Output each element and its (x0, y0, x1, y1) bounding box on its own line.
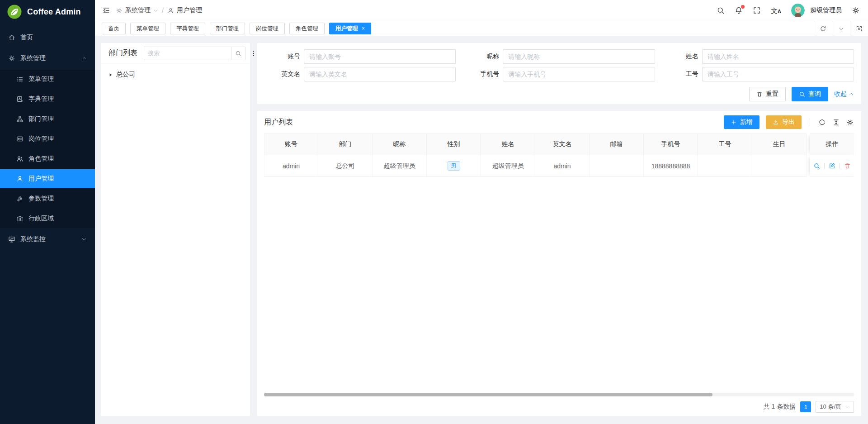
notification-bell-icon[interactable] (735, 6, 743, 14)
breadcrumb-level2[interactable]: 用户管理 (167, 6, 202, 14)
download-icon (773, 119, 779, 125)
cell-work-no (698, 155, 752, 177)
account-input[interactable] (304, 49, 456, 64)
sidebar-item-user-mgmt[interactable]: 用户管理 (0, 169, 95, 188)
tab-close-icon[interactable]: × (362, 25, 365, 32)
sidebar-item-menu-mgmt[interactable]: 菜单管理 (0, 70, 95, 89)
org-tree-icon (16, 115, 24, 123)
export-button[interactable]: 导出 (766, 115, 802, 129)
table-toolbar: 新增 导出 (724, 115, 854, 129)
tab-dept-mgmt[interactable]: 部门管理 (210, 23, 245, 34)
reset-label: 重置 (766, 90, 778, 98)
department-search-button[interactable] (231, 47, 245, 60)
collapse-label: 收起 (834, 90, 847, 98)
cell-dept: 总公司 (318, 155, 373, 177)
view-detail-icon[interactable] (813, 162, 820, 169)
more-vertical-icon[interactable] (250, 50, 257, 57)
field-name: 姓名 (655, 49, 854, 64)
add-user-button[interactable]: 新增 (724, 115, 760, 129)
chevron-down-icon[interactable] (832, 21, 850, 36)
fullscreen-icon[interactable] (753, 6, 761, 14)
sidebar-item-home[interactable]: 首页 (0, 28, 95, 47)
chevron-up-icon (849, 91, 854, 97)
tab-dict-mgmt[interactable]: 字典管理 (170, 23, 205, 34)
pagination-total: 共 1 条数据 (764, 403, 796, 411)
sidebar-group-system-mgmt[interactable]: 系统管理 (0, 49, 95, 68)
tab-label: 部门管理 (216, 25, 239, 33)
tab-user-mgmt[interactable]: 用户管理 × (329, 23, 371, 34)
tab-label: 菜单管理 (137, 25, 159, 33)
content-fullscreen-icon[interactable] (850, 21, 868, 36)
chevron-down-icon (153, 8, 158, 13)
translate-icon[interactable]: 文A (771, 7, 781, 14)
avatar[interactable] (791, 4, 805, 17)
field-nickname: 昵称 (456, 49, 655, 64)
tab-post-mgmt[interactable]: 岗位管理 (250, 23, 285, 34)
department-panel-title: 部门列表 (108, 48, 137, 58)
department-tree: 总公司 (101, 64, 250, 86)
sidebar-item-post-mgmt[interactable]: 岗位管理 (0, 129, 95, 148)
user-list-card: 用户列表 新增 导出 账号 部门 昵称 性别 (257, 111, 861, 416)
nickname-input[interactable] (503, 49, 655, 64)
cell-birthday (752, 155, 807, 177)
gear-icon (116, 7, 123, 14)
tab-menu-mgmt[interactable]: 菜单管理 (130, 23, 165, 34)
english-name-input[interactable] (304, 67, 456, 81)
sidebar-item-dept-mgmt[interactable]: 部门管理 (0, 110, 95, 129)
field-label: 英文名 (257, 70, 304, 78)
row-height-icon[interactable] (832, 119, 840, 126)
breadcrumb-text: 用户管理 (177, 6, 202, 14)
column-header: 邮箱 (590, 133, 644, 155)
page-size-select[interactable]: 10 条/页 (816, 401, 854, 413)
translate-secondary-glyph: A (778, 9, 781, 14)
search-icon[interactable] (717, 6, 725, 14)
sidebar-submenu-system: 菜单管理 字典管理 部门管理 岗位管理 角色管理 用户管理 (0, 70, 95, 228)
sidebar-group-label: 系统管理 (20, 54, 46, 62)
refresh-icon[interactable] (814, 21, 832, 36)
cell-name: 超级管理员 (481, 155, 535, 177)
chevron-down-icon (81, 237, 87, 242)
menu-fold-icon[interactable] (102, 6, 110, 14)
user-icon (167, 7, 174, 14)
user-list-header: 用户列表 新增 导出 (257, 111, 861, 133)
work-no-input[interactable] (702, 67, 854, 81)
user-table: 账号 部门 昵称 性别 姓名 英文名 邮箱 手机号 工号 生日 操作 admin… (264, 133, 854, 177)
caret-right-icon[interactable] (108, 72, 113, 77)
cell-email (590, 155, 644, 177)
horizontal-scrollbar-thumb[interactable] (264, 393, 712, 396)
sidebar-item-admin-region[interactable]: 行政区域 (0, 209, 95, 228)
pagination-page-1[interactable]: 1 (800, 401, 811, 412)
sidebar-item-param-mgmt[interactable]: 参数管理 (0, 189, 95, 208)
column-settings-gear-icon[interactable] (846, 119, 854, 126)
tab-label: 用户管理 (335, 25, 358, 33)
tab-role-mgmt[interactable]: 角色管理 (289, 23, 325, 34)
user-list-title: 用户列表 (264, 118, 293, 127)
sidebar-group-label: 系统监控 (20, 235, 46, 243)
field-label: 工号 (655, 70, 702, 78)
department-search-input[interactable] (144, 47, 231, 60)
tab-label: 首页 (108, 25, 119, 33)
breadcrumb: 系统管理 / 用户管理 (116, 6, 202, 14)
tree-node-root[interactable]: 总公司 (108, 68, 243, 81)
column-header-ops: 操作 (810, 133, 854, 155)
translate-primary-glyph: 文 (771, 7, 778, 14)
column-header: 工号 (698, 133, 752, 155)
refresh-icon[interactable] (818, 119, 826, 126)
settings-gear-icon[interactable] (852, 6, 860, 14)
sidebar-group-system-monitor[interactable]: 系统监控 (0, 230, 95, 249)
edit-icon[interactable] (829, 162, 835, 169)
delete-trash-icon[interactable] (844, 162, 851, 169)
tab-home[interactable]: 首页 (102, 23, 126, 34)
phone-input[interactable] (503, 67, 655, 81)
sidebar-item-role-mgmt[interactable]: 角色管理 (0, 149, 95, 168)
name-input[interactable] (702, 49, 854, 64)
reset-button[interactable]: 重置 (749, 87, 786, 101)
app-logo[interactable]: Coffee Admin (0, 0, 95, 24)
current-user-name[interactable]: 超级管理员 (810, 6, 842, 14)
tab-actions (814, 21, 868, 36)
collapse-form-link[interactable]: 收起 (834, 90, 854, 98)
query-button[interactable]: 查询 (792, 87, 828, 101)
sidebar-item-dict-mgmt[interactable]: 字典管理 (0, 90, 95, 109)
breadcrumb-level1[interactable]: 系统管理 (116, 6, 158, 14)
main-content: 部门列表 总公司 账号 昵称 (95, 36, 868, 424)
